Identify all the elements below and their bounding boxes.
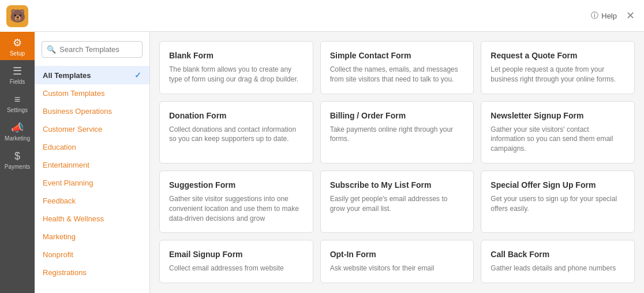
template-card-contact[interactable]: Simple Contact Form Collect the names, e…: [320, 41, 474, 94]
category-label-entertainment: Entertainment: [43, 161, 89, 169]
category-label-health: Health & Wellness: [43, 214, 104, 223]
category-label-all: All Templates: [43, 71, 91, 80]
template-card-email-signup[interactable]: Email Signup Form Collect email addresse…: [159, 240, 313, 283]
top-bar: ⓘ Help ✕: [35, 0, 644, 32]
template-card-quote[interactable]: Request a Quote Form Let people request …: [481, 41, 635, 94]
template-card-suggestion[interactable]: Suggestion Form Gather site visitor sugg…: [159, 170, 313, 233]
main-wrapper: ⓘ Help ✕ 🔍 All Templates ✓ Custom Templa…: [35, 0, 644, 293]
templates-grid: Blank Form The blank form allows you to …: [159, 41, 635, 283]
nav-label-marketing: Marketing: [5, 135, 30, 142]
nav-item-settings[interactable]: ≡ Settings: [0, 88, 35, 117]
category-item-nonprofit[interactable]: Nonprofit: [35, 246, 149, 264]
template-desc-donation: Collect donations and contact informatio…: [169, 125, 304, 144]
category-label-business: Business Operations: [43, 107, 112, 116]
help-icon: ⓘ: [591, 10, 598, 21]
close-button[interactable]: ✕: [626, 10, 635, 21]
content-area: 🔍 All Templates ✓ Custom Templates Busin…: [35, 32, 644, 293]
setup-icon: ⚙: [13, 38, 22, 48]
nav-label-fields: Fields: [10, 79, 25, 85]
marketing-icon: 📣: [11, 123, 24, 133]
template-desc-newsletter: Gather your site visitors' contact infor…: [491, 125, 625, 154]
template-desc-email-signup: Collect email addresses from website: [169, 264, 304, 273]
nav-item-fields[interactable]: ☰ Fields: [0, 60, 35, 88]
template-title-quote: Request a Quote Form: [491, 51, 625, 60]
template-desc-billing: Take payments online right through your …: [330, 125, 465, 144]
category-item-customer[interactable]: Customer Service: [35, 120, 149, 138]
template-card-subscribe[interactable]: Subscribe to My List Form Easily get peo…: [320, 170, 474, 233]
search-box[interactable]: 🔍: [42, 41, 143, 58]
nav-label-payments: Payments: [5, 164, 30, 170]
template-title-subscribe: Subscribe to My List Form: [330, 180, 465, 190]
logo-bear: 🐻: [6, 5, 28, 27]
templates-grid-area: Blank Form The blank form allows you to …: [150, 32, 644, 293]
settings-icon: ≡: [14, 94, 21, 105]
nav-label-settings: Settings: [7, 107, 28, 113]
category-label-event: Event Planning: [43, 179, 93, 187]
nav-label-setup: Setup: [10, 50, 25, 57]
template-desc-callback: Gather leads details and phone numbers: [491, 264, 625, 273]
category-item-all[interactable]: All Templates ✓: [35, 66, 149, 84]
template-desc-special: Get your users to sign up for your speci…: [491, 194, 625, 214]
template-desc-contact: Collect the names, emails, and messages …: [330, 65, 465, 84]
template-card-callback[interactable]: Call Back Form Gather leads details and …: [481, 240, 635, 283]
template-card-optin[interactable]: Opt-In Form Ask website visitors for the…: [320, 240, 474, 283]
template-card-billing[interactable]: Billing / Order Form Take payments onlin…: [320, 101, 474, 164]
category-item-marketing[interactable]: Marketing: [35, 228, 149, 246]
template-title-callback: Call Back Form: [491, 250, 625, 259]
nav-item-setup[interactable]: ⚙ Setup: [0, 32, 35, 60]
category-label-education: Education: [43, 143, 76, 151]
template-title-blank: Blank Form: [169, 51, 304, 60]
category-item-business[interactable]: Business Operations: [35, 102, 149, 120]
template-title-email-signup: Email Signup Form: [169, 250, 304, 259]
category-item-entertainment[interactable]: Entertainment: [35, 156, 149, 174]
category-label-nonprofit: Nonprofit: [43, 250, 73, 259]
category-item-education[interactable]: Education: [35, 138, 149, 156]
category-item-event[interactable]: Event Planning: [35, 174, 149, 192]
search-input[interactable]: [59, 45, 137, 54]
template-desc-optin: Ask website visitors for their email: [330, 264, 465, 273]
payments-icon: $: [14, 151, 20, 161]
help-label: Help: [601, 12, 617, 20]
template-sidebar: 🔍 All Templates ✓ Custom Templates Busin…: [35, 32, 150, 293]
template-title-optin: Opt-In Form: [330, 250, 465, 259]
template-desc-quote: Let people request a quote from your bus…: [491, 65, 625, 84]
app-logo: 🐻: [0, 0, 35, 32]
nav-item-payments[interactable]: $ Payments: [0, 145, 35, 173]
help-button[interactable]: ⓘ Help: [591, 10, 617, 21]
category-label-customer: Customer Service: [43, 125, 102, 133]
template-title-donation: Donation Form: [169, 111, 304, 120]
template-title-special: Special Offer Sign Up Form: [491, 180, 625, 190]
nav-item-marketing[interactable]: 📣 Marketing: [0, 117, 35, 145]
category-item-feedback[interactable]: Feedback: [35, 192, 149, 210]
template-title-billing: Billing / Order Form: [330, 111, 465, 120]
category-item-health[interactable]: Health & Wellness: [35, 210, 149, 228]
nav-sidebar: 🐻 ⚙ Setup ☰ Fields ≡ Settings 📣 Marketin…: [0, 0, 35, 293]
template-desc-suggestion: Gather site visitor suggestions into one…: [169, 194, 304, 223]
category-list: All Templates ✓ Custom Templates Busines…: [35, 66, 149, 281]
template-desc-subscribe: Easily get people's email addresses to g…: [330, 194, 465, 214]
category-item-custom[interactable]: Custom Templates: [35, 84, 149, 102]
template-card-special[interactable]: Special Offer Sign Up Form Get your user…: [481, 170, 635, 233]
category-label-marketing: Marketing: [43, 232, 76, 241]
template-card-donation[interactable]: Donation Form Collect donations and cont…: [159, 101, 313, 164]
template-title-contact: Simple Contact Form: [330, 51, 465, 60]
template-title-suggestion: Suggestion Form: [169, 180, 304, 190]
template-desc-blank: The blank form allows you to create any …: [169, 65, 304, 84]
category-item-registrations[interactable]: Registrations: [35, 264, 149, 281]
template-title-newsletter: Newsletter Signup Form: [491, 111, 625, 120]
category-label-custom: Custom Templates: [43, 89, 104, 98]
category-label-registrations: Registrations: [43, 268, 87, 277]
category-label-feedback: Feedback: [43, 196, 76, 205]
template-card-newsletter[interactable]: Newsletter Signup Form Gather your site …: [481, 101, 635, 164]
search-icon: 🔍: [47, 45, 56, 54]
active-check-icon: ✓: [134, 71, 141, 80]
fields-icon: ☰: [13, 66, 22, 76]
template-card-blank[interactable]: Blank Form The blank form allows you to …: [159, 41, 313, 94]
